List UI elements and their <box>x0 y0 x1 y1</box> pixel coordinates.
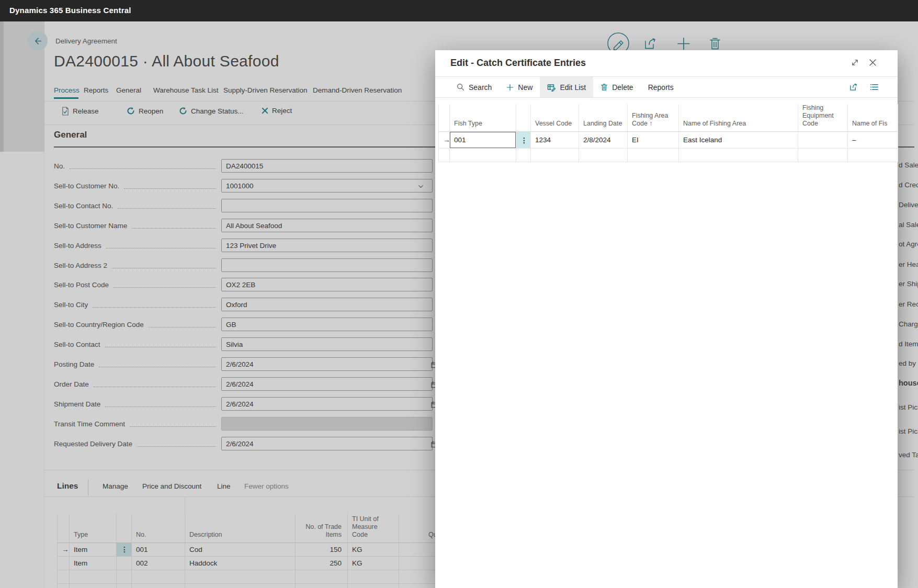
reports-label: Reports <box>648 83 674 92</box>
name-of-fish-cell[interactable] <box>848 149 898 162</box>
row-menu-cell[interactable] <box>516 149 531 162</box>
catch-certificate-entries-dialog: Edit - Catch Certificate Entries Search <box>435 50 898 588</box>
row-indicator-cell <box>439 149 450 162</box>
close-dialog-button[interactable] <box>867 57 878 67</box>
delete-label: Delete <box>612 83 633 92</box>
top-navigation-bar: Dynamics 365 Business Central <box>0 0 918 21</box>
equipment-code-cell[interactable] <box>798 132 848 149</box>
catch-certificate-table: Fish Type Vessel Code Landing Date Fishi… <box>438 104 898 162</box>
fishing-area-name-cell[interactable] <box>679 149 798 162</box>
fish-type-header[interactable]: Fish Type <box>450 104 516 132</box>
fishing-area-name-header[interactable]: Name of Fishing Area <box>679 104 798 132</box>
list-options-icon[interactable] <box>870 83 879 91</box>
reports-button[interactable]: Reports <box>641 77 681 97</box>
new-button[interactable]: New <box>499 77 540 97</box>
landing-date-header[interactable]: Landing Date <box>579 104 628 132</box>
expand-icon <box>851 59 859 66</box>
new-label: New <box>518 83 532 92</box>
app-title[interactable]: Dynamics 365 Business Central <box>9 6 131 15</box>
search-icon <box>457 83 464 91</box>
trash-icon <box>600 83 608 91</box>
search-label: Search <box>469 83 492 92</box>
edit-list-label: Edit List <box>560 83 586 92</box>
edit-list-button[interactable]: Edit List <box>540 77 593 97</box>
vessel-code-cell[interactable] <box>531 149 579 162</box>
name-of-fish-header[interactable]: Name of Fis <box>848 104 898 132</box>
delete-button[interactable]: Delete <box>593 77 640 97</box>
fishing-area-name-cell[interactable]: East Iceland <box>679 132 798 149</box>
catch-table-row-empty <box>439 149 898 162</box>
row-menu-header <box>516 104 531 132</box>
vessel-code-header[interactable]: Vessel Code <box>531 104 579 132</box>
dialog-title: Edit - Catch Certificate Entries <box>450 58 586 69</box>
fishing-area-code-header[interactable]: Fishing Area Code ↑ <box>628 104 679 132</box>
plus-icon <box>506 84 514 91</box>
vessel-code-cell[interactable]: 1234 <box>531 132 579 149</box>
fish-type-cell[interactable]: 001 <box>450 132 516 149</box>
fishing-area-code-cell[interactable] <box>628 149 679 162</box>
edit-list-icon <box>547 83 556 92</box>
dialog-toolbar-right <box>849 76 879 98</box>
search-button[interactable]: Search <box>449 77 499 97</box>
row-menu-dots[interactable]: ⋮ <box>516 132 531 149</box>
dialog-toolbar: Search New Edit List Delete <box>435 76 898 98</box>
equipment-code-cell[interactable] <box>798 149 848 162</box>
catch-table-header-row: Fish Type Vessel Code Landing Date Fishi… <box>439 104 898 132</box>
fish-type-cell[interactable] <box>450 149 516 162</box>
landing-date-cell[interactable] <box>579 149 628 162</box>
close-icon <box>868 58 877 67</box>
current-row-arrow: → <box>439 132 450 149</box>
share-icon[interactable] <box>849 83 858 92</box>
landing-date-cell[interactable]: 2/8/2024 <box>579 132 628 149</box>
catch-table-row-1: → 001 ⋮ 1234 2/8/2024 EI East Iceland – <box>439 132 898 149</box>
equipment-code-header[interactable]: Fishing Equipment Code <box>798 104 848 132</box>
row-indicator-header <box>439 104 450 132</box>
name-of-fish-cell[interactable]: – <box>848 132 898 149</box>
expand-dialog-button[interactable] <box>849 57 860 67</box>
fishing-area-code-cell[interactable]: EI <box>628 132 679 149</box>
